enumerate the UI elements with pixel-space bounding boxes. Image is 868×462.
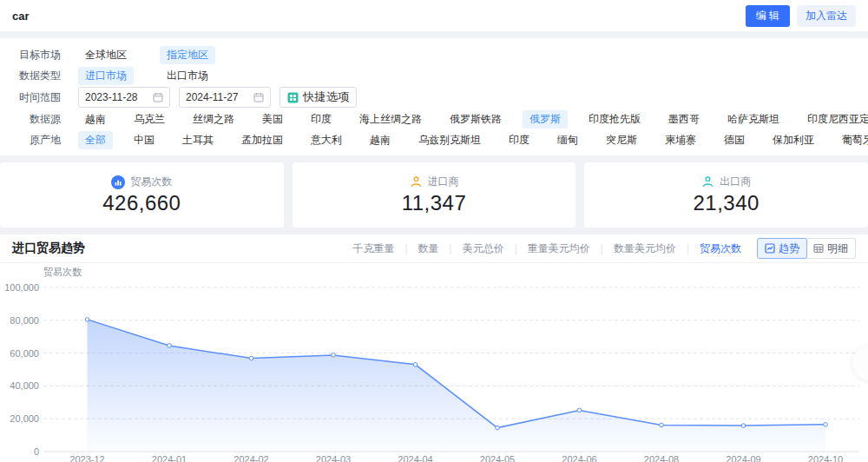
add-to-radar-button[interactable]: 加入雷达 [797, 5, 856, 27]
filter-option[interactable]: 越南 [78, 110, 113, 129]
filter-option[interactable]: 缅甸 [550, 131, 585, 149]
metric-tab[interactable]: 贸易次数 [700, 241, 741, 256]
filter-option[interactable]: 出口市场 [160, 67, 215, 85]
trend-view-button[interactable]: 趋势 [757, 238, 807, 259]
metric-tab[interactable]: 重量美元均价 [528, 241, 590, 256]
importer-icon [410, 175, 423, 188]
svg-text:2024-10: 2024-10 [808, 454, 843, 462]
svg-text:2023-12: 2023-12 [69, 454, 104, 462]
trend-chart-icon [765, 243, 775, 254]
calendar-icon [153, 92, 163, 102]
filter-option[interactable]: 美国 [255, 110, 290, 129]
filter-option[interactable]: 印度抢先版 [582, 110, 648, 129]
calendar-icon [253, 92, 264, 102]
stat-header: 进口商 [410, 175, 459, 189]
filter-label: 原产地 [0, 133, 61, 148]
svg-text:2024-09: 2024-09 [726, 454, 760, 462]
end-date-input[interactable]: 2024-11-27 [179, 87, 271, 108]
filter-option[interactable]: 意大利 [304, 131, 349, 149]
stat-cards: 贸易次数426,660进口商11,347出口商21,340 [0, 162, 868, 228]
filter-option[interactable]: 印度 [502, 131, 536, 149]
svg-text:20,000: 20,000 [10, 413, 39, 424]
metric-tab[interactable]: 千克重量 [352, 241, 394, 256]
filter-option[interactable]: 葡萄牙 [835, 131, 868, 149]
stat-card-trades: 贸易次数426,660 [0, 162, 284, 228]
svg-text:2024-03: 2024-03 [316, 454, 351, 462]
data-type-options: 进口市场出口市场 [78, 67, 868, 85]
filter-option[interactable]: 中国 [127, 131, 161, 149]
stat-header: 贸易次数 [111, 175, 172, 189]
stat-card-exporters: 出口商21,340 [584, 162, 868, 228]
filter-option[interactable]: 全球地区 [78, 46, 134, 64]
filter-option[interactable]: 乌兹别克斯坦 [411, 131, 488, 149]
table-icon [813, 243, 824, 254]
filter-option[interactable]: 土耳其 [175, 131, 220, 149]
metric-tab[interactable]: 美元总价 [463, 241, 504, 256]
stat-value: 426,660 [102, 191, 181, 215]
filter-option[interactable]: 孟加拉国 [234, 131, 290, 149]
filter-row-data-source: 数据源 越南乌克兰丝绸之路美国印度海上丝绸之路俄罗斯铁路俄罗斯印度抢先版墨西哥哈… [0, 109, 868, 129]
filter-option[interactable]: 保加利亚 [766, 131, 821, 149]
stat-value: 21,340 [693, 191, 759, 215]
filter-option[interactable]: 俄罗斯铁路 [443, 110, 509, 129]
filter-row-target-market: 目标市场 全球地区指定地区 [0, 44, 868, 65]
svg-text:2024-04: 2024-04 [398, 454, 432, 462]
trend-chart: 贸易次数020,00040,00060,00080,000100,0002023… [0, 263, 868, 462]
end-date-value: 2024-11-27 [186, 91, 239, 103]
svg-text:贸易次数: 贸易次数 [43, 267, 82, 277]
filter-label: 数据类型 [0, 69, 61, 83]
filter-label: 目标市场 [0, 48, 61, 63]
topbar-actions: 编 辑 加入雷达 [746, 5, 856, 27]
filter-option[interactable]: 德国 [717, 131, 752, 149]
metric-separator: | [601, 242, 603, 254]
metric-separator: | [450, 242, 452, 254]
edit-button[interactable]: 编 辑 [746, 5, 790, 27]
filter-option[interactable]: 墨西哥 [661, 110, 707, 129]
exporter-icon [701, 175, 714, 188]
filter-label: 数据源 [0, 112, 61, 127]
filter-row-time-range: 时间范围 2023-11-28 2024-11-27 快捷选项 [0, 86, 868, 109]
filter-option[interactable]: 越南 [363, 131, 398, 149]
stat-card-importers: 进口商11,347 [293, 162, 576, 228]
start-date-input[interactable]: 2023-11-28 [78, 87, 170, 108]
chart-metric-switcher: 千克重量|数量|美元总价|重量美元均价|数量美元均价|贸易次数趋势明细 [352, 238, 856, 259]
filter-row-data-type: 数据类型 进口市场出口市场 [0, 65, 868, 86]
filter-option[interactable]: 柬埔寨 [658, 131, 703, 149]
page-title: car [12, 10, 30, 23]
filter-option[interactable]: 全部 [78, 131, 113, 149]
svg-text:0: 0 [34, 446, 39, 457]
filter-option[interactable]: 乌克兰 [127, 110, 172, 129]
filter-option[interactable]: 指定地区 [160, 46, 215, 64]
filter-option[interactable]: 印度尼西亚定制版 [800, 110, 868, 129]
filter-option[interactable]: 丝绸之路 [186, 110, 241, 129]
start-date-value: 2023-11-28 [85, 91, 138, 103]
origin-options: 全部中国土耳其孟加拉国意大利越南乌兹别克斯坦印度缅甸突尼斯柬埔寨德国保加利亚葡萄… [78, 131, 868, 149]
stat-label: 贸易次数 [130, 175, 172, 189]
top-bar: car 编 辑 加入雷达 [0, 0, 868, 31]
svg-text:2024-08: 2024-08 [644, 454, 679, 462]
detail-view-button[interactable]: 明细 [806, 238, 856, 259]
target-market-options: 全球地区指定地区 [78, 46, 868, 64]
filter-panel: 目标市场 全球地区指定地区 数据类型 进口市场出口市场 时间范围 2023-11… [0, 38, 868, 155]
svg-text:100,000: 100,000 [4, 282, 39, 293]
svg-text:60,000: 60,000 [10, 348, 39, 359]
filter-option[interactable]: 进口市场 [78, 67, 134, 85]
filter-option[interactable]: 印度 [304, 110, 339, 129]
bar-chart-icon [111, 175, 125, 189]
area-chart[interactable]: 贸易次数020,00040,00060,00080,000100,0002023… [0, 263, 868, 462]
filter-option[interactable]: 哈萨克斯坦 [720, 110, 786, 129]
metric-separator: | [515, 242, 517, 254]
chart-header: 进口贸易趋势 千克重量|数量|美元总价|重量美元均价|数量美元均价|贸易次数趋势… [0, 234, 868, 263]
data-source-options: 越南乌克兰丝绸之路美国印度海上丝绸之路俄罗斯铁路俄罗斯印度抢先版墨西哥哈萨克斯坦… [78, 110, 868, 129]
svg-text:80,000: 80,000 [10, 315, 39, 326]
metric-separator: | [404, 242, 407, 254]
filter-option[interactable]: 俄罗斯 [523, 110, 568, 129]
quick-options-button[interactable]: 快捷选项 [279, 87, 357, 108]
metric-tab[interactable]: 数量美元均价 [614, 241, 676, 256]
filter-row-origin: 原产地 全部中国土耳其孟加拉国意大利越南乌兹别克斯坦印度缅甸突尼斯柬埔寨德国保加… [0, 129, 868, 150]
filter-option[interactable]: 突尼斯 [599, 131, 644, 149]
svg-text:40,000: 40,000 [10, 380, 39, 391]
metric-tab[interactable]: 数量 [418, 241, 439, 256]
filter-option[interactable]: 海上丝绸之路 [352, 110, 429, 129]
stat-value: 11,347 [402, 191, 467, 215]
